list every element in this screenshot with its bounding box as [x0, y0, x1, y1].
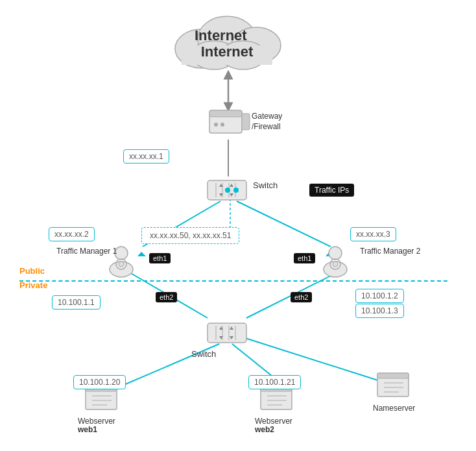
eth2-left-badge: eth2: [156, 292, 177, 302]
private-label: Private: [19, 280, 47, 290]
switch-top-device: [206, 175, 252, 210]
internet-text: Internet: [195, 27, 247, 44]
svg-point-36: [329, 247, 342, 260]
tm1-label: Traffic Manager 1: [56, 247, 117, 256]
internet-label: Internet: [201, 43, 254, 60]
svg-rect-60: [377, 373, 409, 378]
public-label: Public: [19, 266, 45, 276]
tm2-device: [315, 243, 357, 282]
nameserver-device: [376, 370, 412, 405]
eth1-right-badge: eth1: [294, 253, 315, 263]
traffic-ips-box: xx.xx.xx.50, xx.xx.xx.51: [141, 227, 239, 244]
traffic-ips-badge: Traffic IPs: [309, 184, 354, 197]
gateway-device: [206, 107, 252, 145]
ws2-label: Webserver: [255, 417, 292, 426]
gateway-label: Gateway/Firewall: [252, 112, 282, 132]
nameserver-label: Nameserver: [373, 404, 415, 413]
eth2-right-badge: eth2: [291, 292, 312, 302]
dot-switch-top: [225, 188, 230, 193]
tm1-public-ip: xx.xx.xx.2: [49, 227, 95, 241]
svg-point-39: [333, 262, 338, 267]
switch-top-label: Switch: [253, 180, 278, 190]
svg-rect-19: [209, 110, 242, 117]
network-diagram: Internet Internet Gateway/Firewall xx.xx…: [0, 0, 476, 451]
switch-bottom-device: [206, 318, 252, 353]
tm2-public-ip: xx.xx.xx.3: [350, 227, 396, 241]
public-private-line: [19, 280, 447, 282]
svg-point-22: [220, 123, 224, 127]
tm2-private-ip2: 10.100.1.3: [355, 304, 404, 318]
dot-switch-top2: [233, 188, 239, 193]
ws2-ip: 10.100.1.21: [248, 375, 301, 389]
svg-rect-40: [208, 323, 246, 343]
switch-bottom-label: Switch: [191, 349, 216, 359]
tm2-private-ip1: 10.100.1.2: [355, 289, 404, 303]
tm2-label: Traffic Manager 2: [360, 247, 420, 256]
tm1-private-ip: 10.100.1.1: [52, 295, 101, 310]
gateway-ip-box: xx.xx.xx.1: [123, 149, 169, 164]
svg-point-35: [119, 262, 124, 267]
ws2-name: web2: [255, 425, 274, 434]
svg-rect-20: [242, 114, 250, 130]
ws1-name: web1: [78, 425, 97, 434]
eth1-left-badge: eth1: [149, 253, 171, 263]
ws1-label: Webserver: [78, 417, 115, 426]
svg-point-21: [214, 123, 218, 127]
ws1-ip: 10.100.1.20: [73, 375, 126, 389]
